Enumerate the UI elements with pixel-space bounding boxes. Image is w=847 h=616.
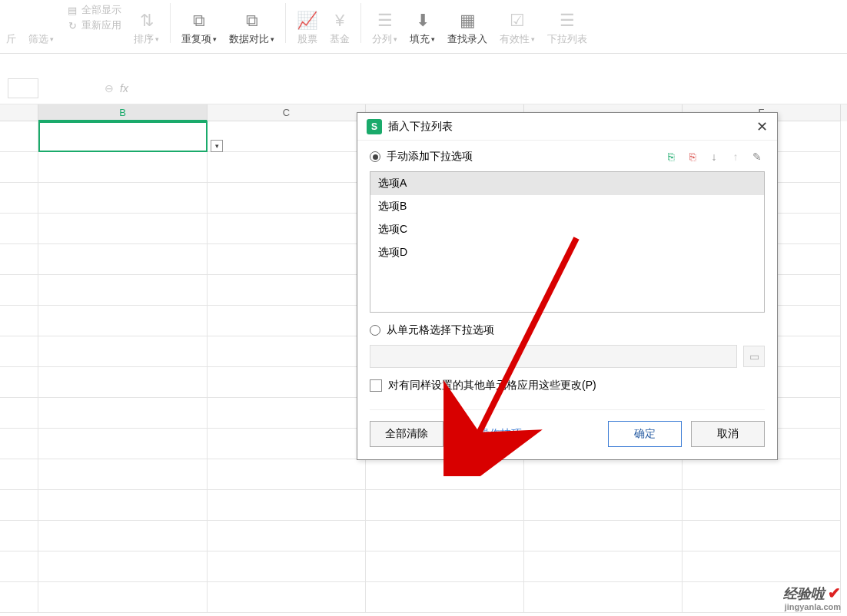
cell[interactable] [208, 306, 366, 336]
cell[interactable] [683, 459, 841, 490]
clear-all-button[interactable]: 全部清除 [370, 421, 443, 447]
cell[interactable] [208, 398, 366, 429]
cell[interactable] [524, 459, 683, 490]
cell[interactable] [208, 275, 366, 306]
ribbon-stocks[interactable]: 📈 股票 [291, 0, 324, 46]
cell[interactable] [208, 521, 366, 551]
cell[interactable] [38, 582, 208, 613]
cancel-button[interactable]: 取消 [691, 421, 765, 447]
cell[interactable] [366, 551, 524, 582]
cell[interactable] [524, 490, 683, 521]
cell[interactable] [366, 582, 524, 613]
cell[interactable] [208, 244, 366, 275]
ribbon-validity[interactable]: ☑ 有效性▾ [493, 0, 541, 46]
ribbon-data-compare[interactable]: ⧉ 数据对比▾ [223, 0, 281, 46]
cell[interactable] [208, 367, 366, 398]
ribbon-find-entry[interactable]: ▦ 查找录入 [441, 0, 493, 46]
move-up-icon[interactable]: ↑ [728, 150, 743, 164]
apply-changes-row[interactable]: 对有同样设置的其他单元格应用这些更改(P) [370, 379, 765, 392]
cell[interactable] [208, 490, 366, 521]
cell[interactable] [208, 121, 366, 152]
cell[interactable] [208, 429, 366, 459]
range-picker-icon[interactable]: ▭ [743, 346, 765, 367]
move-down-icon[interactable]: ↓ [706, 150, 722, 164]
ok-button[interactable]: 确定 [608, 421, 682, 447]
cell[interactable] [38, 551, 208, 582]
cell[interactable] [38, 244, 208, 275]
ribbon-duplicates[interactable]: ⧉ 重复项▾ [175, 0, 223, 46]
list-item[interactable]: 选项A [370, 172, 764, 195]
cell[interactable] [0, 459, 38, 490]
cell[interactable] [208, 183, 366, 214]
cell[interactable] [0, 429, 38, 459]
options-listbox[interactable]: 选项A 选项B 选项C 选项D [370, 171, 765, 313]
cell[interactable] [208, 551, 366, 582]
cell[interactable] [0, 275, 38, 306]
cell[interactable] [208, 582, 366, 613]
ribbon-dropdown-list[interactable]: ☰ 下拉列表 [541, 0, 593, 46]
apply-changes-checkbox[interactable] [370, 379, 382, 392]
cell[interactable] [366, 459, 524, 490]
zoom-out-icon[interactable]: ⊖ [105, 82, 114, 94]
delete-item-icon[interactable]: ⎘ [685, 150, 700, 164]
ribbon-funds[interactable]: ¥ 基金 [324, 0, 356, 46]
cell-range-input[interactable] [370, 345, 737, 368]
manual-option-row[interactable]: 手动添加下拉选项 ⎘ ⎘ ↓ ↑ ✎ [370, 150, 765, 164]
cell[interactable] [0, 367, 38, 398]
cell[interactable] [208, 459, 366, 490]
cell[interactable] [38, 336, 208, 367]
cell[interactable] [38, 214, 208, 244]
col-a-partial[interactable] [0, 104, 38, 121]
cell[interactable] [38, 429, 208, 459]
name-box[interactable] [8, 78, 38, 98]
cell[interactable] [0, 336, 38, 367]
list-item[interactable]: 选项D [370, 241, 764, 264]
cell[interactable] [0, 214, 38, 244]
close-icon[interactable]: ✕ [756, 118, 768, 135]
cell[interactable] [524, 582, 683, 613]
cell[interactable] [38, 398, 208, 429]
cell[interactable] [0, 244, 38, 275]
list-item[interactable]: 选项B [370, 195, 764, 218]
radio-manual[interactable] [370, 151, 380, 162]
cell[interactable] [524, 551, 683, 582]
cell[interactable] [38, 367, 208, 398]
ribbon-split[interactable]: ☰ 分列▾ [366, 0, 404, 46]
edit-icon[interactable]: ✎ [749, 150, 765, 164]
fromcell-option-row[interactable]: 从单元格选择下拉选项 [370, 323, 765, 337]
cell[interactable] [0, 121, 38, 152]
cell[interactable] [0, 521, 38, 551]
cell[interactable] [683, 490, 841, 521]
cell[interactable] [0, 582, 38, 613]
radio-fromcell[interactable] [370, 325, 380, 336]
cell[interactable] [38, 183, 208, 214]
list-item[interactable]: 选项C [370, 218, 764, 241]
cell[interactable] [38, 152, 208, 183]
cell[interactable] [208, 152, 366, 183]
selected-cell-b1[interactable] [38, 121, 208, 152]
cell[interactable] [0, 490, 38, 521]
operation-tips-link[interactable]: ▶ 操作技巧 [462, 427, 522, 441]
cell[interactable] [208, 214, 366, 244]
cell-dropdown-button[interactable]: ▾ [211, 140, 223, 152]
cell[interactable] [38, 306, 208, 336]
col-header-b[interactable]: B [38, 104, 208, 121]
cell[interactable] [683, 551, 841, 582]
cell[interactable] [38, 459, 208, 490]
cell[interactable] [524, 521, 683, 551]
ribbon-filter-group[interactable]: 筛选▾ [22, 0, 60, 46]
ribbon-sort[interactable]: ⇅ 排序▾ [128, 0, 165, 46]
fx-label[interactable]: fx [120, 82, 128, 94]
cell[interactable] [683, 521, 841, 551]
cell[interactable] [0, 306, 38, 336]
add-item-icon[interactable]: ⎘ [663, 150, 679, 164]
cell[interactable] [38, 275, 208, 306]
cell[interactable] [0, 183, 38, 214]
cell[interactable] [0, 398, 38, 429]
cell[interactable] [38, 490, 208, 521]
cell[interactable] [366, 521, 524, 551]
ribbon-fill[interactable]: ⬇ 填充▾ [404, 0, 441, 46]
cell[interactable] [38, 521, 208, 551]
cell[interactable] [0, 152, 38, 183]
cell[interactable] [366, 490, 524, 521]
